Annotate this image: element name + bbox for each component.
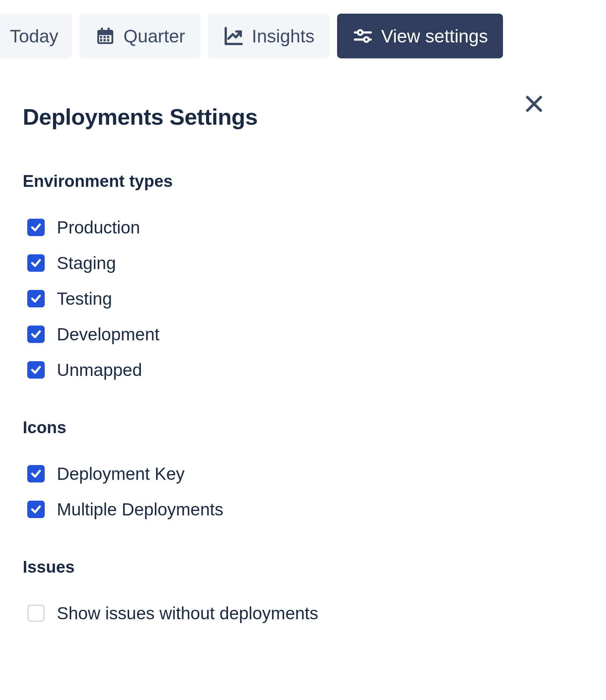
toolbar-label: View settings <box>381 26 488 47</box>
issues-section: Issues Show issues without deployments <box>23 557 545 623</box>
svg-rect-6 <box>103 39 106 41</box>
checkbox-label: Production <box>57 217 140 238</box>
issues-show-without[interactable]: Show issues without deployments <box>27 603 545 623</box>
checkbox-icon <box>27 290 45 307</box>
env-testing[interactable]: Testing <box>27 288 545 309</box>
icons-multiple-deployments[interactable]: Multiple Deployments <box>27 499 545 520</box>
svg-rect-8 <box>101 28 103 31</box>
checkbox-label: Multiple Deployments <box>57 499 223 520</box>
env-unmapped[interactable]: Unmapped <box>27 360 545 380</box>
svg-rect-2 <box>100 36 102 38</box>
svg-rect-9 <box>108 28 110 31</box>
checkbox-icon <box>27 254 45 272</box>
toolbar: Today Quarter <box>0 0 606 58</box>
close-button[interactable] <box>523 92 545 115</box>
deployments-settings-panel: Deployments Settings Environment types P… <box>0 58 568 623</box>
checkbox-icon <box>27 604 45 622</box>
panel-title: Deployments Settings <box>23 104 258 130</box>
svg-rect-3 <box>103 36 106 38</box>
environment-types-section: Environment types Production Staging Tes… <box>23 172 545 380</box>
sliders-icon <box>352 25 373 47</box>
section-heading: Environment types <box>23 172 545 191</box>
checkbox-icon <box>27 326 45 343</box>
calendar-icon <box>95 25 116 47</box>
panel-header: Deployments Settings <box>23 104 545 130</box>
view-settings-button[interactable]: View settings <box>337 14 503 58</box>
insights-button[interactable]: Insights <box>208 14 330 58</box>
checkbox-label: Unmapped <box>57 360 142 380</box>
checkbox-icon <box>27 219 45 236</box>
env-production[interactable]: Production <box>27 217 545 238</box>
env-development[interactable]: Development <box>27 324 545 345</box>
checkbox-label: Deployment Key <box>57 464 185 484</box>
checkbox-label: Staging <box>57 253 116 273</box>
today-button[interactable]: Today <box>0 14 72 58</box>
toolbar-label: Insights <box>252 26 314 47</box>
svg-point-13 <box>364 37 369 42</box>
chart-icon <box>223 25 244 47</box>
svg-rect-4 <box>107 36 109 38</box>
checkbox-icon <box>27 465 45 482</box>
checkbox-label: Testing <box>57 288 112 309</box>
icons-deployment-key[interactable]: Deployment Key <box>27 464 545 484</box>
close-icon <box>523 92 545 115</box>
icons-section: Icons Deployment Key Multiple Deployment… <box>23 418 545 520</box>
checkbox-label: Development <box>57 324 159 345</box>
toolbar-label: Today <box>10 26 58 47</box>
checkbox-icon <box>27 501 45 518</box>
svg-rect-7 <box>107 39 109 41</box>
section-heading: Issues <box>23 557 545 576</box>
env-staging[interactable]: Staging <box>27 253 545 273</box>
toolbar-label: Quarter <box>123 26 185 47</box>
checkbox-icon <box>27 361 45 379</box>
section-heading: Icons <box>23 418 545 437</box>
checkbox-label: Show issues without deployments <box>57 603 318 623</box>
quarter-button[interactable]: Quarter <box>80 14 200 58</box>
svg-rect-5 <box>100 39 102 41</box>
svg-point-11 <box>358 30 362 35</box>
